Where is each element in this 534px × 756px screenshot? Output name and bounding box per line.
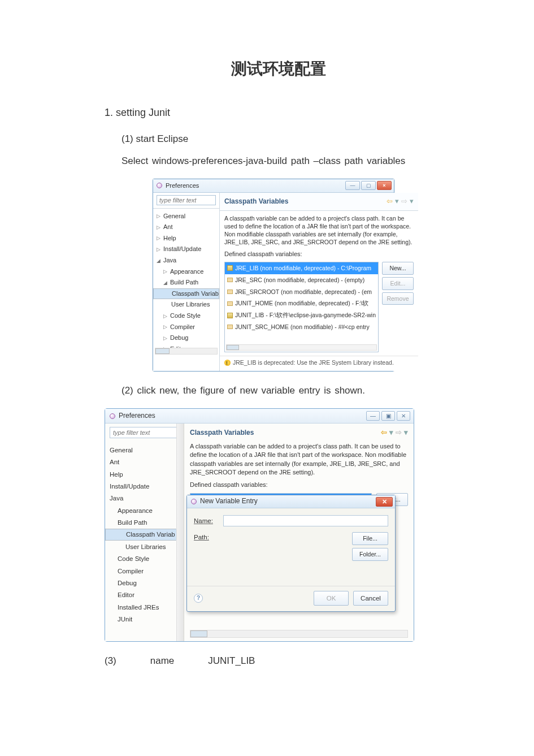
back-menu-icon[interactable]: ▾ — [389, 427, 393, 439]
filter-input[interactable] — [157, 195, 216, 205]
var-jre-lib[interactable]: JRE_LIB (non modifiable, deprecated) - C… — [225, 262, 378, 274]
cancel-button[interactable]: Cancel — [353, 591, 388, 606]
back-arrow-icon[interactable]: ⇦ — [381, 427, 387, 439]
step-3-value: JUNIT_LIB — [208, 653, 255, 668]
back-menu-icon[interactable]: ▾ — [395, 196, 399, 208]
tree-appearance[interactable]: ▷Appearance — [153, 266, 219, 278]
warning-text: JRE_LIB is deprecated: Use the JRE Syste… — [233, 358, 394, 368]
tree-codestyle[interactable]: ▷Code Style — [153, 310, 219, 322]
folder-button[interactable]: Folder... — [352, 548, 388, 561]
tree-h-scrollbar[interactable] — [155, 348, 218, 355]
tree-debug[interactable]: ▷Debug — [153, 332, 219, 344]
warning-icon — [224, 360, 231, 366]
help-icon[interactable]: ? — [194, 594, 203, 603]
maximize-button[interactable]: ▣ — [381, 411, 395, 421]
file-button[interactable]: File... — [352, 532, 388, 545]
screenshot-2: Preferences — ▣ ✕ General Ant Help Insta… — [105, 408, 452, 642]
tree-installed-jres[interactable]: Installed JREs — [105, 601, 184, 613]
name-label: Name: — [194, 516, 219, 526]
close-button[interactable]: × — [377, 181, 392, 190]
folder-icon — [227, 325, 233, 329]
name-input[interactable] — [223, 515, 388, 526]
tree-ant[interactable]: Ant — [105, 456, 184, 468]
step-2-text: (2) click new, the figure of new variabl… — [121, 383, 452, 398]
eclipse-icon — [157, 183, 162, 188]
tree-install[interactable]: ▷Install/Update — [153, 244, 219, 255]
window-titlebar-2: Preferences — ▣ ✕ — [105, 409, 414, 424]
modal-close-button[interactable]: ✕ — [376, 497, 393, 507]
minimize-button[interactable]: — — [366, 411, 380, 421]
tree-general[interactable]: General — [105, 444, 184, 456]
tree-buildpath[interactable]: ◢Build Path — [153, 277, 219, 288]
tree-classpath-vars[interactable]: Classpath Variab — [153, 288, 219, 300]
tree-debug[interactable]: Debug — [105, 577, 184, 589]
description-text: A classpath variable can be added to a p… — [220, 211, 418, 250]
window-title-2: Preferences — [119, 411, 155, 421]
screenshot-1: Preferences — ▢ × ▷General ▷Ant ▷Help ▷I… — [153, 179, 452, 371]
tree-v-scrollbar[interactable] — [176, 424, 184, 641]
tree-codestyle[interactable]: Code Style — [105, 553, 184, 565]
tree-install[interactable]: Install/Update — [105, 480, 184, 492]
tree-general[interactable]: ▷General — [153, 211, 219, 222]
forward-arrow-icon[interactable]: ⇨ — [401, 196, 407, 208]
filter-input-2[interactable] — [110, 427, 179, 438]
eclipse-icon — [110, 413, 115, 419]
description-text-2: A classpath variable can be added to a p… — [184, 442, 414, 481]
window-title: Preferences — [166, 181, 199, 191]
tree-ant[interactable]: ▷Ant — [153, 222, 219, 233]
tree-classpath-vars[interactable]: Classpath Variab — [105, 529, 184, 541]
right-h-scrollbar[interactable] — [190, 630, 408, 638]
defined-label: Defined classpath variables: — [220, 249, 418, 262]
tree-editor[interactable]: Editor — [105, 589, 184, 601]
folder-icon — [227, 290, 233, 294]
var-jre-src[interactable]: JRE_SRC (non modifiable, deprecated) - (… — [225, 274, 378, 286]
forward-menu-icon[interactable]: ▾ — [404, 427, 408, 439]
maximize-button[interactable]: ▢ — [361, 181, 376, 190]
var-junit-home[interactable]: JUNIT_HOME (non modifiable, deprecated) … — [225, 297, 378, 309]
eclipse-icon — [191, 499, 197, 504]
window-titlebar: Preferences — ▢ × — [153, 179, 394, 193]
tree-java[interactable]: ◢Java — [153, 255, 219, 266]
preferences-tree: ▷General ▷Ant ▷Help ▷Install/Update ◢Jav… — [153, 209, 219, 356]
minimize-button[interactable]: — — [345, 181, 360, 190]
path-label: Path: — [194, 532, 219, 542]
tree-help[interactable]: Help — [105, 468, 184, 480]
tree-compiler[interactable]: ▷Compiler — [153, 322, 219, 333]
ok-button[interactable]: OK — [314, 591, 349, 606]
modal-title: New Variable Entry — [200, 496, 258, 507]
tree-compiler[interactable]: Compiler — [105, 565, 184, 577]
tree-junit[interactable]: JUnit — [105, 614, 184, 623]
tree-user-libs[interactable]: User Libraries — [105, 541, 184, 552]
tree-appearance[interactable]: Appearance — [105, 504, 184, 516]
back-arrow-icon[interactable]: ⇦ — [387, 196, 393, 208]
preferences-window-2: Preferences — ▣ ✕ General Ant Help Insta… — [105, 408, 414, 642]
tree-installed-jres[interactable]: ▷Installed JREs — [153, 355, 219, 355]
defined-label-2: Defined classpath variables: — [184, 480, 414, 493]
remove-button[interactable]: Remove — [382, 292, 414, 305]
page-title-2: Classpath Variables — [190, 427, 254, 438]
close-button[interactable]: ✕ — [397, 411, 410, 421]
preferences-window: Preferences — ▢ × ▷General ▷Ant ▷Help ▷I… — [153, 179, 394, 371]
var-jre-srcroot[interactable]: JRE_SRCROOT (non modifiable, deprecated)… — [225, 286, 378, 298]
step-1-text: Select windows-preferences-java-build pa… — [121, 153, 452, 169]
variable-list[interactable]: JRE_LIB (non modifiable, deprecated) - C… — [224, 262, 379, 352]
section-1-heading: 1. setting Junit — [105, 105, 452, 121]
tree-user-libs[interactable]: User Libraries — [153, 299, 219, 310]
folder-icon — [227, 301, 233, 306]
forward-menu-icon[interactable]: ▾ — [410, 196, 414, 208]
var-junit-lib[interactable]: JUNIT_LIB - F:\软件\eclipse-java-ganymede-… — [225, 309, 378, 321]
tree-buildpath[interactable]: Build Path — [105, 517, 184, 529]
new-button[interactable]: New... — [382, 262, 414, 275]
forward-arrow-icon[interactable]: ⇨ — [396, 427, 402, 439]
new-variable-dialog: New Variable Entry ✕ Name: Path: File. — [186, 495, 396, 612]
step-3-label: name — [150, 653, 175, 668]
tree-java[interactable]: Java — [105, 493, 184, 504]
preferences-tree-2: General Ant Help Install/Update Java App… — [105, 442, 184, 623]
jar-icon — [227, 265, 233, 271]
var-junit-src-home[interactable]: JUNIT_SRC_HOME (non modifiable) - ##<cp … — [225, 321, 378, 333]
page-title: Classpath Variables — [224, 196, 288, 207]
tree-help[interactable]: ▷Help — [153, 233, 219, 244]
varlist-h-scrollbar[interactable] — [226, 344, 377, 351]
jar-icon — [227, 313, 233, 318]
edit-button[interactable]: Edit... — [382, 277, 414, 290]
